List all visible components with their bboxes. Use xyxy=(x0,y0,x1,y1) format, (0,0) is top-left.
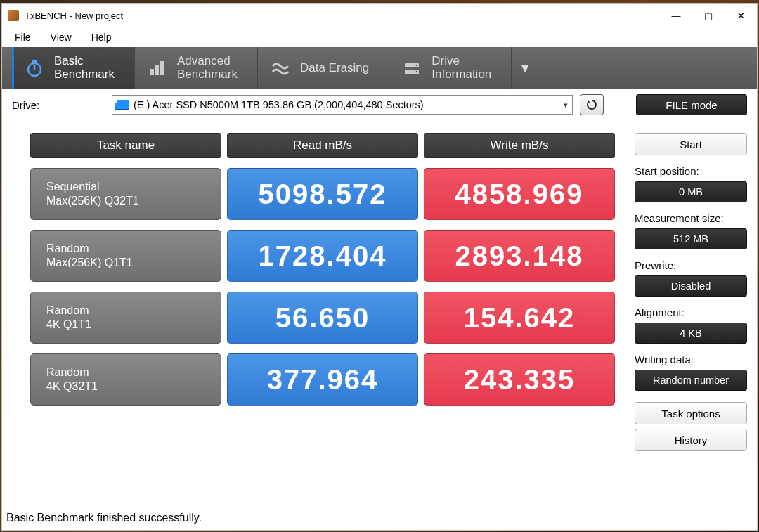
writing-data-label: Writing data: xyxy=(635,353,747,365)
task-name-cell[interactable]: Random4K Q1T1 xyxy=(30,292,221,344)
header-task: Task name xyxy=(30,133,221,158)
drive-row: Drive: (E:) Acer SSD N5000M 1TB 953.86 G… xyxy=(2,89,757,120)
task-options-button[interactable]: Task options xyxy=(635,402,747,424)
stopwatch-icon xyxy=(25,58,44,78)
table-row: SequentialMax(256K) Q32T1 5098.572 4858.… xyxy=(30,168,621,220)
task-name-cell[interactable]: RandomMax(256K) Q1T1 xyxy=(30,230,221,282)
refresh-icon xyxy=(585,98,598,111)
app-icon xyxy=(8,10,19,21)
svg-point-9 xyxy=(416,71,418,73)
tab-overflow-button[interactable]: ▼ xyxy=(511,47,538,89)
close-button[interactable]: ✕ xyxy=(725,4,757,27)
tab-advanced-benchmark[interactable]: AdvancedBenchmark xyxy=(134,47,257,89)
drive-label: Drive: xyxy=(12,99,103,111)
drive-select[interactable]: (E:) Acer SSD N5000M 1TB 953.86 GB (2,00… xyxy=(112,95,573,115)
svg-point-8 xyxy=(416,65,418,67)
prewrite-label: Prewrite: xyxy=(635,259,747,271)
prewrite-button[interactable]: Disabled xyxy=(635,275,747,297)
table-row: Random4K Q1T1 56.650 154.642 xyxy=(30,292,621,344)
menu-help[interactable]: Help xyxy=(82,29,122,46)
start-position-label: Start position: xyxy=(635,165,747,177)
chevron-down-icon: ▾ xyxy=(564,100,568,110)
minimize-button[interactable]: ― xyxy=(660,4,692,27)
task-name-cell[interactable]: SequentialMax(256K) Q32T1 xyxy=(30,168,221,220)
tab-drive-information[interactable]: DriveInformation xyxy=(389,47,511,89)
svg-rect-3 xyxy=(150,69,154,75)
table-row: Random4K Q32T1 377.964 243.335 xyxy=(30,353,621,406)
tab-data-erasing[interactable]: Data Erasing xyxy=(257,47,389,89)
write-value: 243.335 xyxy=(424,353,615,406)
tab-label: BasicBenchmark xyxy=(54,55,115,81)
tab-label: Data Erasing xyxy=(300,62,369,75)
write-value: 4858.969 xyxy=(424,168,615,220)
alignment-button[interactable]: 4 KB xyxy=(635,323,747,344)
start-position-button[interactable]: 0 MB xyxy=(635,181,747,202)
write-value: 2893.148 xyxy=(424,230,615,282)
tab-basic-benchmark[interactable]: BasicBenchmark xyxy=(12,47,134,89)
svg-rect-4 xyxy=(155,65,159,75)
writing-data-button[interactable]: Random number xyxy=(635,370,747,391)
benchmark-table: Task name Read mB/s Write mB/s Sequentia… xyxy=(30,133,621,406)
history-button[interactable]: History xyxy=(635,429,747,451)
tab-bar: BasicBenchmark AdvancedBenchmark Data Er… xyxy=(2,47,757,89)
window-title: TxBENCH - New project xyxy=(25,11,123,21)
measurement-size-label: Measurement size: xyxy=(635,212,747,224)
read-value: 1728.404 xyxy=(227,230,418,282)
status-bar: Basic Benchmark finished successfully. xyxy=(2,510,757,530)
header-read: Read mB/s xyxy=(227,133,418,158)
bars-icon xyxy=(148,58,167,78)
header-write: Write mB/s xyxy=(424,133,615,158)
file-mode-button[interactable]: FILE mode xyxy=(636,94,747,115)
menu-bar: File View Help xyxy=(2,27,757,47)
read-value: 56.650 xyxy=(227,292,418,344)
read-value: 377.964 xyxy=(227,353,418,406)
menu-file[interactable]: File xyxy=(5,29,41,46)
drive-icon xyxy=(402,58,422,78)
menu-view[interactable]: View xyxy=(41,29,82,46)
tab-label: DriveInformation xyxy=(432,55,491,81)
svg-rect-2 xyxy=(32,60,37,63)
wave-icon xyxy=(271,58,290,78)
task-name-cell[interactable]: Random4K Q32T1 xyxy=(30,353,221,406)
write-value: 154.642 xyxy=(424,292,615,344)
read-value: 5098.572 xyxy=(227,168,418,220)
start-button[interactable]: Start xyxy=(635,133,747,155)
alignment-label: Alignment: xyxy=(635,306,747,318)
table-row: RandomMax(256K) Q1T1 1728.404 2893.148 xyxy=(30,230,621,282)
side-panel: Start Start position: 0 MB Measurement s… xyxy=(635,133,747,451)
measurement-size-button[interactable]: 512 MB xyxy=(635,228,747,249)
refresh-button[interactable] xyxy=(580,94,604,115)
ssd-icon xyxy=(117,100,129,110)
drive-selected-text: (E:) Acer SSD N5000M 1TB 953.86 GB (2,00… xyxy=(134,99,424,110)
tab-label: AdvancedBenchmark xyxy=(177,55,238,81)
titlebar: TxBENCH - New project ― ▢ ✕ xyxy=(2,4,757,27)
maximize-button[interactable]: ▢ xyxy=(692,4,725,27)
svg-rect-5 xyxy=(160,61,164,75)
